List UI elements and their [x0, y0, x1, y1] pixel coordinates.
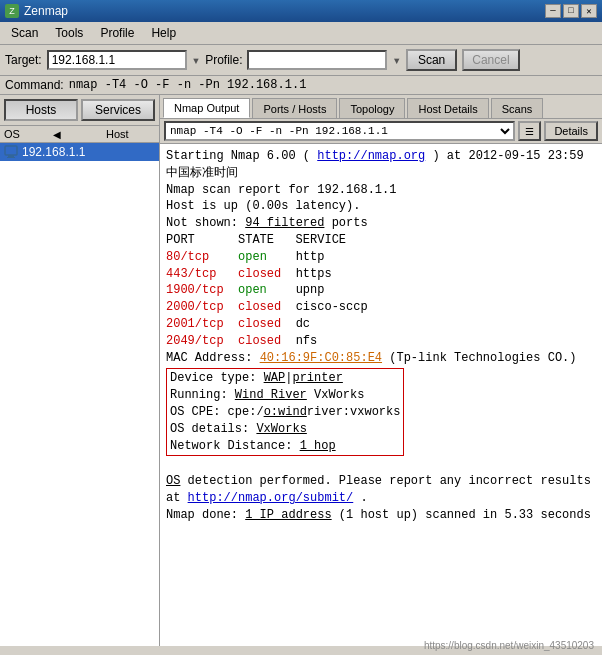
output-line-19 [166, 456, 596, 473]
output-line-17: OS details: VxWorks [170, 421, 400, 438]
details-button[interactable]: Details [544, 121, 598, 141]
target-dropdown-icon[interactable]: ▾ [192, 52, 200, 69]
title-bar: Z Zenmap ─ □ ✕ [0, 0, 602, 22]
command-label: Command: [5, 78, 64, 92]
os-box: Device type: WAP|printer Running: Wind R… [166, 368, 404, 456]
output-line-20: OS detection performed. Please report an… [166, 473, 596, 490]
svg-rect-0 [5, 146, 17, 155]
output-line-21: at http://nmap.org/submit/ . [166, 490, 596, 507]
output-line-14: Device type: WAP|printer [170, 370, 400, 387]
menu-help[interactable]: Help [145, 24, 182, 42]
output-line-5: Not shown: 94 filtered ports [166, 215, 596, 232]
output-line-13: MAC Address: 40:16:9F:C0:85:E4 (Tp-link … [166, 350, 596, 367]
tabs: Nmap Output Ports / Hosts Topology Host … [160, 95, 602, 119]
command-value: nmap -T4 -O -F -n -Pn 192.168.1.1 [69, 78, 307, 92]
output-line-2: 中国标准时间 [166, 165, 596, 182]
host-list-header: OS ◀ Host [0, 126, 159, 143]
tab-host-details[interactable]: Host Details [407, 98, 488, 118]
profile-dropdown-icon[interactable]: ▾ [392, 52, 400, 69]
tab-ports-hosts[interactable]: Ports / Hosts [252, 98, 337, 118]
panel-buttons: Hosts Services [0, 95, 159, 126]
window-title: Zenmap [24, 4, 68, 18]
menu-tools[interactable]: Tools [49, 24, 89, 42]
list-icon-button[interactable]: ☰ [518, 121, 541, 141]
command-select[interactable]: nmap -T4 -O -F -n -Pn 192.168.1.1 [164, 121, 515, 141]
output-line-10: 2000/tcp closed cisco-sccp [166, 299, 596, 316]
cancel-button: Cancel [462, 49, 519, 71]
menu-profile[interactable]: Profile [94, 24, 140, 42]
toolbar: Target: ▾ Profile: ▾ Scan Cancel [0, 45, 602, 76]
watermark: https://blog.csdn.net/weixin_43510203 [424, 640, 594, 651]
output-line-4: Host is up (0.00s latency). [166, 198, 596, 215]
profile-input[interactable] [247, 50, 387, 70]
svg-rect-1 [8, 155, 14, 157]
output-content: Starting Nmap 6.00 ( http://nmap.org ) a… [160, 144, 602, 646]
output-line-15: Running: Wind River VxWorks [170, 387, 400, 404]
target-input[interactable] [47, 50, 187, 70]
command-bar: Command: nmap -T4 -O -F -n -Pn 192.168.1… [0, 76, 602, 95]
os-header: OS [4, 128, 53, 140]
output-line-8: 443/tcp closed https [166, 266, 596, 283]
output-line-18: Network Distance: 1 hop [170, 438, 400, 455]
tab-topology[interactable]: Topology [339, 98, 405, 118]
target-label: Target: [5, 53, 42, 67]
output-toolbar: nmap -T4 -O -F -n -Pn 192.168.1.1 ☰ Deta… [160, 119, 602, 144]
maximize-button[interactable]: □ [563, 4, 579, 18]
profile-label: Profile: [205, 53, 242, 67]
scan-button[interactable]: Scan [406, 49, 457, 71]
app-icon: Z [5, 4, 19, 18]
computer-icon [4, 145, 18, 159]
output-line-9: 1900/tcp open upnp [166, 282, 596, 299]
tab-scans[interactable]: Scans [491, 98, 544, 118]
output-line-6: PORT STATE SERVICE [166, 232, 596, 249]
menu-scan[interactable]: Scan [5, 24, 44, 42]
svg-rect-2 [7, 157, 15, 158]
hosts-button[interactable]: Hosts [4, 99, 78, 121]
output-line-12: 2049/tcp closed nfs [166, 333, 596, 350]
output-line-7: 80/tcp open http [166, 249, 596, 266]
right-panel: Nmap Output Ports / Hosts Topology Host … [160, 95, 602, 646]
title-controls[interactable]: ─ □ ✕ [545, 4, 597, 18]
sort-arrow[interactable]: ◀ [53, 129, 102, 140]
tab-nmap-output[interactable]: Nmap Output [163, 98, 250, 118]
host-header: Host [106, 128, 155, 140]
output-line-22: Nmap done: 1 IP address (1 host up) scan… [166, 507, 596, 524]
title-bar-left: Z Zenmap [5, 4, 68, 18]
output-line-16: OS CPE: cpe:/o:windriver:vxworks [170, 404, 400, 421]
minimize-button[interactable]: ─ [545, 4, 561, 18]
left-panel: Hosts Services OS ◀ Host 192.168.1.1 [0, 95, 160, 646]
output-line-11: 2001/tcp closed dc [166, 316, 596, 333]
main-area: Hosts Services OS ◀ Host 192.168.1.1 Nma… [0, 95, 602, 646]
output-line-1: Starting Nmap 6.00 ( http://nmap.org ) a… [166, 148, 596, 165]
close-button[interactable]: ✕ [581, 4, 597, 18]
menu-bar: Scan Tools Profile Help [0, 22, 602, 45]
output-line-3: Nmap scan report for 192.168.1.1 [166, 182, 596, 199]
host-ip: 192.168.1.1 [22, 145, 85, 159]
output-area: nmap -T4 -O -F -n -Pn 192.168.1.1 ☰ Deta… [160, 119, 602, 646]
services-button[interactable]: Services [81, 99, 155, 121]
host-list: 192.168.1.1 [0, 143, 159, 646]
host-item[interactable]: 192.168.1.1 [0, 143, 159, 161]
